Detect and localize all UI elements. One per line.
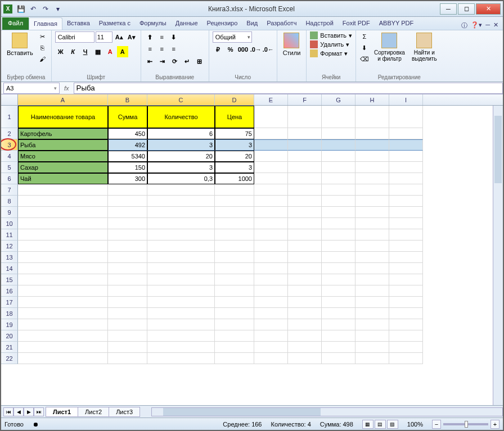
cell[interactable] (147, 297, 215, 308)
cell[interactable] (108, 330, 147, 342)
row-header-15[interactable]: 15 (1, 274, 18, 285)
cell[interactable] (356, 274, 389, 285)
row-header-1[interactable]: 1 (1, 106, 18, 128)
cell[interactable] (389, 229, 423, 241)
column-header-B[interactable]: B (108, 94, 147, 105)
cell[interactable] (215, 196, 254, 207)
cell[interactable]: 0,3 (147, 173, 215, 184)
sort-filter-button[interactable]: Сортировка и фильтр (372, 31, 407, 63)
cell[interactable] (389, 274, 423, 285)
cell[interactable] (18, 297, 108, 308)
cell[interactable] (288, 308, 322, 319)
sheet-nav-first[interactable]: ⏮ (3, 407, 14, 416)
cell[interactable] (288, 139, 322, 151)
cell[interactable] (389, 162, 423, 173)
row-header-11[interactable]: 11 (1, 229, 18, 241)
cell[interactable] (322, 297, 356, 308)
cell[interactable] (322, 173, 356, 184)
undo-button[interactable]: ↶ (28, 4, 38, 14)
ribbon-tab-10[interactable]: ABBYY PDF (375, 17, 418, 30)
horizontal-scrollbar[interactable] (151, 407, 503, 416)
macro-record-icon[interactable]: ⏺ (33, 421, 39, 428)
cell[interactable] (254, 128, 288, 139)
cell[interactable] (356, 319, 389, 330)
clear-button[interactable]: ⌫ (359, 54, 370, 64)
cell[interactable] (215, 263, 254, 274)
decrease-font-button[interactable]: A▾ (126, 31, 137, 43)
cell[interactable] (322, 184, 356, 196)
cell[interactable] (108, 207, 147, 218)
number-format-select[interactable]: Общий (213, 31, 252, 43)
close-button[interactable]: ✕ (476, 3, 501, 15)
cell[interactable] (389, 319, 423, 330)
cell[interactable] (108, 252, 147, 263)
cell[interactable]: Цена (215, 106, 254, 128)
ribbon-tab-4[interactable]: Данные (171, 17, 202, 30)
cell[interactable]: 3 (147, 162, 215, 173)
cell[interactable]: 3 (147, 139, 215, 151)
cell[interactable] (356, 252, 389, 263)
border-button[interactable]: ▦ (92, 46, 104, 57)
ribbon-tab-5[interactable]: Рецензиро (202, 17, 242, 30)
cell[interactable] (108, 196, 147, 207)
cell[interactable]: Наименование товара (18, 106, 108, 128)
cell[interactable] (18, 184, 108, 196)
cell[interactable] (288, 207, 322, 218)
cell[interactable] (288, 342, 322, 353)
cell[interactable]: Сахар (18, 162, 108, 173)
cell[interactable] (322, 162, 356, 173)
cell[interactable] (215, 319, 254, 330)
cell[interactable] (389, 207, 423, 218)
copy-button[interactable]: ⎘ (38, 43, 48, 53)
cell[interactable] (215, 252, 254, 263)
cell[interactable] (322, 252, 356, 263)
cell[interactable] (389, 218, 423, 229)
sheet-nav-last[interactable]: ⏭ (34, 407, 44, 416)
cell[interactable] (18, 263, 108, 274)
view-layout-button[interactable]: ▤ (375, 420, 386, 429)
row-header-14[interactable]: 14 (1, 263, 18, 274)
cell[interactable] (389, 151, 423, 162)
cell[interactable] (254, 297, 288, 308)
scroll-thumb[interactable] (494, 116, 502, 183)
cell[interactable] (322, 139, 356, 151)
cell[interactable] (254, 229, 288, 241)
insert-cells-button[interactable]: Вставить ▾ (310, 31, 352, 39)
cell[interactable] (322, 285, 356, 297)
cell[interactable] (288, 252, 322, 263)
cell[interactable] (389, 285, 423, 297)
ribbon-tab-2[interactable]: Разметка с (94, 17, 135, 30)
cell[interactable] (288, 353, 322, 364)
find-select-button[interactable]: Найти и выделить (410, 31, 439, 63)
cell[interactable] (215, 218, 254, 229)
cell[interactable] (389, 330, 423, 342)
ribbon-tab-1[interactable]: Вставка (62, 17, 94, 30)
cell[interactable] (389, 241, 423, 252)
cell[interactable]: 6 (147, 128, 215, 139)
cell[interactable] (288, 162, 322, 173)
cell[interactable]: 75 (215, 128, 254, 139)
zoom-in-button[interactable]: + (490, 420, 500, 429)
increase-font-button[interactable]: A▴ (114, 31, 125, 43)
cell[interactable]: Мясо (18, 151, 108, 162)
cell[interactable] (18, 229, 108, 241)
row-header-4[interactable]: 4 (1, 151, 18, 162)
cell[interactable] (389, 263, 423, 274)
cell[interactable] (18, 274, 108, 285)
orientation-button[interactable]: ⟳ (169, 56, 181, 67)
sheet-tab-1[interactable]: Лист2 (78, 407, 109, 417)
cell[interactable] (147, 353, 215, 364)
format-cells-button[interactable]: Формат ▾ (310, 49, 352, 57)
cell[interactable] (254, 151, 288, 162)
sheet-tab-0[interactable]: Лист1 (46, 407, 78, 417)
cell[interactable] (356, 330, 389, 342)
cell[interactable] (18, 319, 108, 330)
delete-cells-button[interactable]: Удалить ▾ (310, 40, 352, 48)
wrap-text-button[interactable]: ↵ (182, 56, 193, 67)
format-painter-button[interactable]: 🖌 (38, 54, 48, 64)
cell[interactable] (322, 128, 356, 139)
cell[interactable] (288, 274, 322, 285)
cell[interactable] (288, 128, 322, 139)
cell[interactable] (108, 342, 147, 353)
cell[interactable] (254, 285, 288, 297)
